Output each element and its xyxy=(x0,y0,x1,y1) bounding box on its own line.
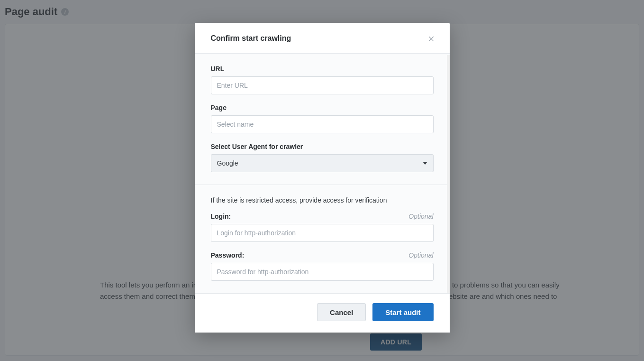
access-note: If the site is restricted access, provid… xyxy=(211,196,434,204)
login-label: Login: xyxy=(211,213,231,220)
modal-body: URL Page Select User Agent for crawler G… xyxy=(195,54,450,293)
page-label: Page xyxy=(211,104,227,111)
user-agent-select[interactable]: Google xyxy=(211,154,434,172)
section-auth: If the site is restricted access, provid… xyxy=(195,185,450,293)
password-input[interactable] xyxy=(211,263,434,281)
field-login: Login: Optional xyxy=(211,213,434,242)
modal-header: Confirm start crawling xyxy=(195,23,450,54)
close-icon[interactable] xyxy=(426,33,436,44)
field-user-agent: Select User Agent for crawler Google xyxy=(211,143,434,172)
section-main: URL Page Select User Agent for crawler G… xyxy=(195,54,450,185)
url-input[interactable] xyxy=(211,76,434,94)
password-optional: Optional xyxy=(408,251,433,259)
confirm-crawl-modal: Confirm start crawling URL Page Select U xyxy=(195,23,450,333)
password-label: Password: xyxy=(211,251,245,259)
cancel-button[interactable]: Cancel xyxy=(317,303,366,321)
login-input[interactable] xyxy=(211,224,434,242)
page-name-input[interactable] xyxy=(211,115,434,133)
modal-footer: Cancel Start audit xyxy=(195,293,450,333)
login-optional: Optional xyxy=(408,213,433,220)
modal-scrollbar[interactable] xyxy=(447,55,450,293)
modal-title: Confirm start crawling xyxy=(211,34,291,43)
chevron-down-icon xyxy=(423,162,427,165)
url-label: URL xyxy=(211,65,225,73)
field-page: Page xyxy=(211,104,434,133)
start-audit-button[interactable]: Start audit xyxy=(372,303,433,321)
field-password: Password: Optional xyxy=(211,251,434,281)
user-agent-value: Google xyxy=(217,159,238,167)
field-url: URL xyxy=(211,65,434,94)
user-agent-label: Select User Agent for crawler xyxy=(211,143,303,150)
